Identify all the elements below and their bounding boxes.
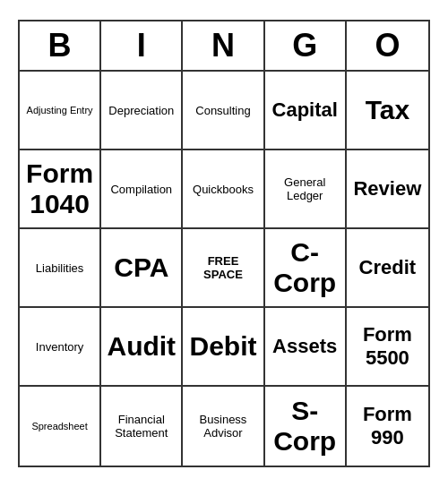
bingo-grid: Adjusting EntryDepreciationConsultingCap… xyxy=(20,72,428,466)
bingo-cell: Review xyxy=(347,150,428,229)
cell-text: Assets xyxy=(272,335,337,358)
bingo-cell: Depreciation xyxy=(101,72,183,150)
bingo-cell: Liabilities xyxy=(20,229,101,308)
cell-text: Credit xyxy=(359,256,417,279)
bingo-cell: Quickbooks xyxy=(183,150,264,229)
cell-text: Adjusting Entry xyxy=(27,105,93,115)
bingo-cell: Audit xyxy=(101,308,183,387)
bingo-cell: Inventory xyxy=(20,308,101,387)
bingo-cell: Tax xyxy=(347,72,428,150)
cell-text: Form 1040 xyxy=(23,158,96,219)
cell-text: Inventory xyxy=(36,340,83,354)
cell-text: Form 990 xyxy=(350,403,425,449)
cell-text: Form 5500 xyxy=(350,323,425,370)
header-letter: N xyxy=(183,21,264,70)
cell-text: Review xyxy=(353,177,421,201)
bingo-cell: Adjusting Entry xyxy=(20,72,101,150)
header-letter: O xyxy=(347,21,428,70)
cell-text: S-Corp xyxy=(269,396,341,457)
bingo-cell: Capital xyxy=(265,72,347,150)
bingo-cell: Form 5500 xyxy=(347,308,428,387)
cell-text: FREE SPACE xyxy=(186,254,259,281)
bingo-cell: Debit xyxy=(183,308,264,387)
cell-text: Compilation xyxy=(110,183,172,196)
cell-text: Tax xyxy=(366,95,409,125)
cell-text: Quickbooks xyxy=(193,183,254,196)
bingo-cell: Spreadsheet xyxy=(20,387,101,466)
cell-text: Capital xyxy=(272,98,338,122)
bingo-cell: CPA xyxy=(101,229,183,308)
bingo-cell: C-Corp xyxy=(265,229,347,308)
bingo-cell: Consulting xyxy=(183,72,264,150)
header-letter: B xyxy=(20,21,101,70)
cell-text: C-Corp xyxy=(269,237,341,298)
bingo-cell: Business Advisor xyxy=(183,387,264,466)
bingo-cell: Compilation xyxy=(101,150,183,229)
bingo-cell: General Ledger xyxy=(265,150,347,229)
cell-text: Audit xyxy=(107,331,176,362)
cell-text: Spreadsheet xyxy=(31,421,87,431)
header-letter: I xyxy=(101,21,183,70)
cell-text: Business Advisor xyxy=(186,413,259,440)
cell-text: CPA xyxy=(114,252,168,283)
bingo-cell: Form 1040 xyxy=(20,150,101,229)
bingo-cell: FREE SPACE xyxy=(183,229,264,308)
bingo-cell: Form 990 xyxy=(347,387,428,466)
bingo-cell: S-Corp xyxy=(265,387,347,466)
cell-text: Depreciation xyxy=(108,104,174,117)
bingo-card: BINGO Adjusting EntryDepreciationConsult… xyxy=(18,20,430,467)
bingo-cell: Credit xyxy=(347,229,428,308)
cell-text: General Ledger xyxy=(269,175,341,202)
bingo-header: BINGO xyxy=(20,21,428,72)
bingo-cell: Financial Statement xyxy=(101,387,183,466)
cell-text: Liabilities xyxy=(36,261,83,275)
cell-text: Financial Statement xyxy=(105,413,177,440)
bingo-cell: Assets xyxy=(265,308,347,387)
header-letter: G xyxy=(265,21,347,70)
cell-text: Consulting xyxy=(195,104,250,117)
cell-text: Debit xyxy=(189,331,256,362)
